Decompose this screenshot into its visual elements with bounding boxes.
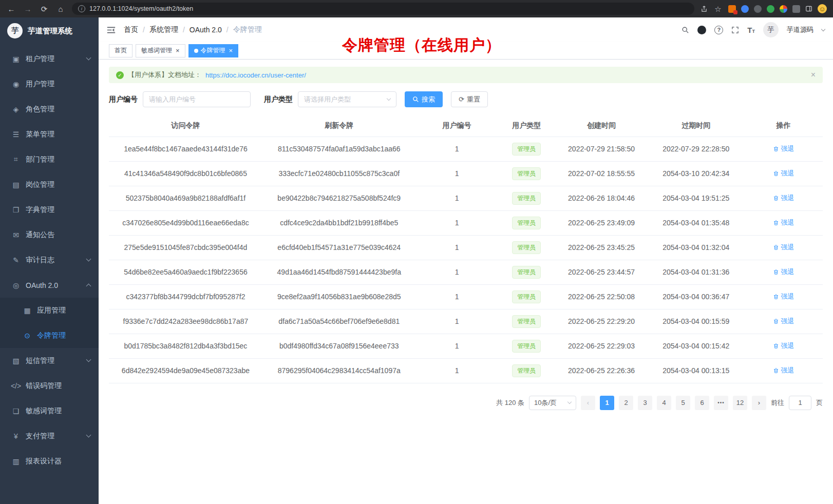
access-token-cell: 275e5de9151045fe87cbdc395e004f4d (109, 235, 262, 260)
force-logout-button[interactable]: 强退 (773, 243, 794, 252)
page-button-3[interactable]: 3 (638, 396, 652, 410)
breadcrumb-item[interactable]: 系统管理 (149, 25, 178, 34)
sidebar: 芋 芋道管理系统 ▣租户管理◉用户管理◈角色管理☰菜单管理⌗部门管理▤岗位管理❐… (0, 17, 99, 504)
search-icon[interactable] (681, 26, 689, 34)
github-icon[interactable] (697, 26, 706, 34)
chevron-down-icon[interactable] (821, 27, 825, 31)
sidebar-item-用户管理[interactable]: ◉用户管理 (0, 71, 99, 96)
breadcrumb-separator: / (226, 26, 229, 34)
search-button[interactable]: 搜索 (405, 91, 443, 107)
user-id-cell: 1 (416, 186, 498, 210)
tab-首页[interactable]: 首页 (109, 44, 132, 57)
extension-icon[interactable] (754, 5, 762, 13)
force-logout-button[interactable]: 强退 (773, 193, 794, 203)
share-icon[interactable] (701, 5, 708, 13)
profile-avatar-icon[interactable]: ☺ (818, 4, 827, 13)
user-type-badge: 管理员 (512, 192, 541, 205)
alert-close-icon[interactable]: × (811, 70, 816, 80)
sidebar-item-短信管理[interactable]: ▧短信管理 (0, 348, 99, 373)
user-type-cell: 管理员 (498, 210, 555, 235)
more-pages-button[interactable]: ••• (714, 396, 728, 410)
doc-link[interactable]: https://doc.iocoder.cn/user-center/ (205, 71, 306, 79)
sidebar-item-label: 通知公告 (26, 230, 90, 240)
tab-敏感词管理[interactable]: 敏感词管理× (136, 44, 185, 57)
side-panel-icon[interactable] (805, 5, 812, 12)
chevron-up-icon (86, 284, 91, 289)
sidebar-item-报表设计器[interactable]: ▥报表设计器 (0, 449, 99, 474)
refresh-token-cell: b0df4980ffd34c67a08f9156e4eee733 (262, 334, 416, 358)
extension-icon[interactable] (780, 5, 787, 13)
sidebar-item-应用管理[interactable]: ▦应用管理 (0, 298, 99, 323)
puzzle-icon[interactable] (792, 5, 800, 13)
sidebar-item-菜单管理[interactable]: ☰菜单管理 (0, 122, 99, 147)
trash-icon (773, 220, 779, 226)
page-button-6[interactable]: 6 (695, 396, 709, 410)
back-icon[interactable]: ← (6, 5, 16, 13)
sidebar-toggle-icon[interactable] (107, 26, 116, 34)
extension-icon[interactable] (741, 5, 749, 13)
sidebar-item-通知公告[interactable]: ✉通知公告 (0, 222, 99, 247)
bookmark-star-icon[interactable]: ☆ (713, 5, 723, 13)
page-button-1[interactable]: 1 (600, 396, 614, 410)
refresh-token-cell: dfa6c71a50a54c66bef706ef9e6e8d81 (262, 309, 416, 334)
page-button-4[interactable]: 4 (657, 396, 671, 410)
refresh-token-cell: e6cfd40eb1f54571a31e775e039c4624 (262, 235, 416, 260)
force-logout-button[interactable]: 强退 (773, 366, 794, 375)
close-icon[interactable]: × (229, 47, 233, 54)
sidebar-item-角色管理[interactable]: ◈角色管理 (0, 96, 99, 122)
sidebar-item-审计日志[interactable]: ✎审计日志 (0, 247, 99, 273)
breadcrumb-separator: / (143, 26, 145, 34)
home-icon[interactable]: ⌂ (55, 5, 66, 13)
close-icon[interactable]: × (176, 47, 180, 54)
font-size-icon[interactable]: TT (747, 26, 755, 34)
fullscreen-icon[interactable] (731, 26, 739, 34)
alert-text: 【用户体系】文档地址： (128, 70, 201, 80)
extension-icon[interactable] (728, 5, 736, 13)
info-icon[interactable]: i (78, 5, 85, 12)
app-logo-area: 芋 芋道管理系统 (0, 17, 99, 44)
breadcrumb-item[interactable]: 首页 (124, 25, 138, 34)
breadcrumb-item[interactable]: OAuth 2.0 (190, 26, 222, 34)
force-logout-label: 强退 (781, 169, 794, 178)
column-header: 用户类型 (498, 115, 555, 137)
prev-page-button[interactable]: ‹ (581, 396, 595, 410)
sidebar-item-字典管理[interactable]: ❐字典管理 (0, 197, 99, 222)
page-button-5[interactable]: 5 (676, 396, 690, 410)
user-id-input[interactable] (143, 91, 251, 107)
sidebar-item-部门管理[interactable]: ⌗部门管理 (0, 147, 99, 172)
forward-icon[interactable]: → (23, 5, 33, 13)
breadcrumb-item: 令牌管理 (233, 25, 262, 34)
user-avatar[interactable]: 芋 (763, 22, 779, 37)
url-bar[interactable]: i 127.0.0.1:1024/system/oauth2/token (72, 3, 694, 15)
reset-button[interactable]: ⟳ 重置 (451, 91, 488, 107)
force-logout-button[interactable]: 强退 (773, 341, 794, 351)
user-type-select[interactable]: 请选择用户类型 (298, 91, 396, 107)
sidebar-item-label: 部门管理 (26, 155, 90, 164)
sidebar-item-令牌管理[interactable]: ⊙令牌管理 (0, 323, 99, 348)
force-logout-button[interactable]: 强退 (773, 292, 794, 301)
force-logout-button[interactable]: 强退 (773, 267, 794, 277)
extension-icon[interactable] (767, 5, 774, 13)
tab-令牌管理[interactable]: 令牌管理× (188, 44, 239, 57)
sidebar-item-错误码管理[interactable]: </>错误码管理 (0, 373, 99, 398)
force-logout-button[interactable]: 强退 (773, 144, 794, 153)
sidebar-item-OAuth 2.0[interactable]: ◎OAuth 2.0 (0, 273, 99, 298)
sidebar-item-岗位管理[interactable]: ▤岗位管理 (0, 172, 99, 197)
next-page-button[interactable]: › (752, 396, 766, 410)
force-logout-button[interactable]: 强退 (773, 218, 794, 227)
table-row: b0d1785bc3a8482f812db4a3f3bd15ecb0df4980… (109, 334, 823, 358)
force-logout-button[interactable]: 强退 (773, 317, 794, 326)
force-logout-button[interactable]: 强退 (773, 169, 794, 178)
help-icon[interactable]: ? (714, 26, 723, 34)
sidebar-item-支付管理[interactable]: ¥支付管理 (0, 423, 99, 449)
page-size-select[interactable]: 10条/页 (529, 396, 576, 410)
refresh-icon[interactable]: ⟳ (39, 5, 49, 13)
page-button-2[interactable]: 2 (619, 396, 633, 410)
goto-page-input[interactable] (789, 396, 811, 410)
chevron-down-icon (86, 55, 91, 61)
page-button-12[interactable]: 12 (733, 396, 747, 410)
sidebar-item-敏感词管理[interactable]: ❏敏感词管理 (0, 398, 99, 423)
sidebar-item-租户管理[interactable]: ▣租户管理 (0, 46, 99, 71)
dict-icon: ❐ (10, 206, 22, 214)
user-type-badge: 管理员 (512, 217, 541, 229)
